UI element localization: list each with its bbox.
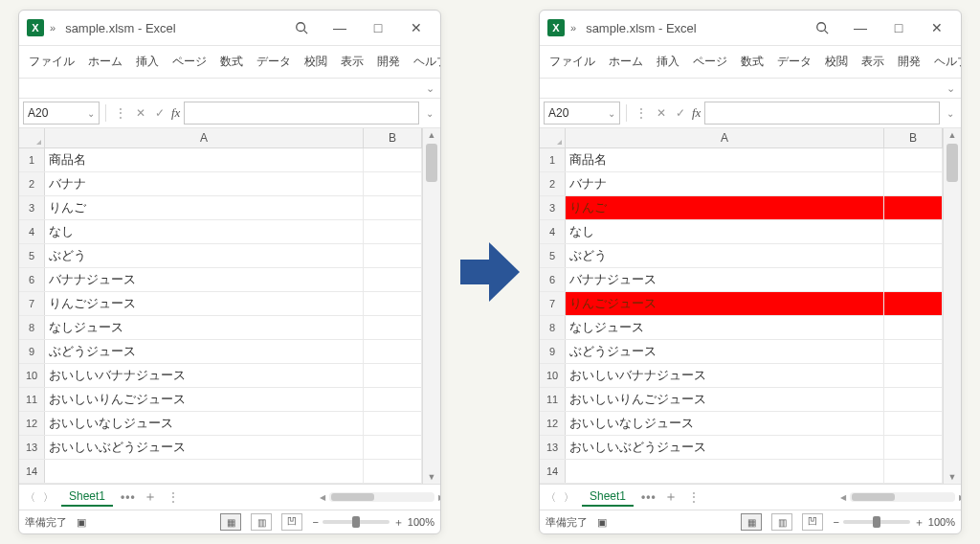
cell[interactable]: バナナ xyxy=(45,172,364,195)
select-all-corner[interactable] xyxy=(19,128,45,147)
new-sheet-button[interactable]: ＋ xyxy=(664,488,678,506)
tab-data[interactable]: データ xyxy=(771,50,817,74)
row-header[interactable]: 12 xyxy=(19,412,45,435)
row-header[interactable]: 6 xyxy=(19,268,45,291)
view-page-break-button[interactable]: 凹 xyxy=(281,513,302,531)
row-header[interactable]: 13 xyxy=(540,436,566,459)
cell[interactable]: りんごジュース xyxy=(566,292,884,315)
scroll-thumb[interactable] xyxy=(852,493,895,501)
cell[interactable]: おいしいなしジュース xyxy=(566,412,884,435)
record-macro-icon[interactable]: ▣ xyxy=(77,516,86,529)
row-header[interactable]: 5 xyxy=(540,244,566,267)
zoom-percent[interactable]: 100% xyxy=(928,516,955,528)
cell[interactable]: バナナジュース xyxy=(566,268,884,291)
fx-label[interactable]: fx xyxy=(171,105,180,121)
cell[interactable] xyxy=(884,244,943,267)
cell[interactable]: バナナ xyxy=(566,172,884,195)
sheet-nav-next-icon[interactable]: 〉 xyxy=(43,490,54,505)
view-normal-button[interactable]: ▦ xyxy=(741,513,762,531)
cell[interactable] xyxy=(884,436,943,459)
formula-expand-icon[interactable]: ⌄ xyxy=(944,108,957,119)
cell[interactable] xyxy=(884,364,943,387)
worksheet-grid[interactable]: AB1商品名2バナナ3りんご4なし5ぶどう6バナナジュース7りんごジュース8なし… xyxy=(540,128,943,484)
row-header[interactable]: 3 xyxy=(540,196,566,219)
row-header[interactable]: 3 xyxy=(19,196,45,219)
sheet-tab[interactable]: Sheet1 xyxy=(61,487,113,507)
tab-review[interactable]: 校閲 xyxy=(299,50,333,74)
row-header[interactable]: 14 xyxy=(540,460,566,483)
worksheet-grid[interactable]: AB1商品名2バナナ3りんご4なし5ぶどう6バナナジュース7りんごジュース8なし… xyxy=(19,128,422,484)
cell[interactable]: なしジュース xyxy=(45,316,364,339)
cell[interactable] xyxy=(884,316,943,339)
close-button[interactable]: ✕ xyxy=(400,16,433,39)
cell[interactable] xyxy=(884,412,943,435)
cell[interactable] xyxy=(364,388,422,411)
cell[interactable]: なし xyxy=(566,220,884,243)
sheet-options-icon[interactable]: ⋮ xyxy=(165,490,182,504)
tab-formulas[interactable]: 数式 xyxy=(735,50,769,74)
cell[interactable]: りんごジュース xyxy=(45,292,364,315)
cell[interactable]: 商品名 xyxy=(566,148,884,171)
cell[interactable] xyxy=(884,196,943,219)
column-header-A[interactable]: A xyxy=(45,128,364,147)
cell[interactable]: なし xyxy=(45,220,364,243)
record-macro-icon[interactable]: ▣ xyxy=(597,516,607,529)
chevron-down-icon[interactable]: ⌄ xyxy=(426,82,434,95)
sheet-nav-next-icon[interactable]: 〉 xyxy=(564,490,574,505)
cell[interactable]: なしジュース xyxy=(566,316,884,339)
name-box-dropdown-icon[interactable]: ⌄ xyxy=(608,108,615,119)
tab-data[interactable]: データ xyxy=(251,50,297,74)
close-button[interactable]: ✕ xyxy=(921,16,953,39)
cell[interactable] xyxy=(884,388,943,411)
cell[interactable] xyxy=(884,292,943,315)
tab-home[interactable]: ホーム xyxy=(82,50,128,74)
cell[interactable]: おいしいりんごジュース xyxy=(45,388,364,411)
vertical-scrollbar[interactable] xyxy=(422,128,440,484)
row-header[interactable]: 5 xyxy=(19,244,45,267)
zoom-out-button[interactable]: − xyxy=(833,516,838,528)
cell[interactable] xyxy=(364,292,422,315)
scroll-thumb[interactable] xyxy=(947,144,958,182)
row-header[interactable]: 7 xyxy=(540,292,566,315)
zoom-thumb[interactable] xyxy=(873,516,880,528)
row-header[interactable]: 4 xyxy=(19,220,45,243)
formula-expand-icon[interactable]: ⌄ xyxy=(423,108,436,119)
cell[interactable]: バナナジュース xyxy=(45,268,364,291)
zoom-thumb[interactable] xyxy=(352,516,360,528)
view-page-layout-button[interactable]: ▥ xyxy=(771,513,792,531)
cell[interactable] xyxy=(364,196,422,219)
view-page-break-button[interactable]: 凹 xyxy=(802,513,823,531)
cell[interactable]: ぶどう xyxy=(566,244,884,267)
sheet-tab[interactable]: Sheet1 xyxy=(582,487,634,507)
search-icon[interactable] xyxy=(806,16,838,39)
cell[interactable] xyxy=(884,340,943,363)
cell[interactable]: りんご xyxy=(566,196,884,219)
cell[interactable] xyxy=(884,460,943,483)
tab-file[interactable]: ファイル xyxy=(23,50,80,74)
column-header-A[interactable]: A xyxy=(566,128,884,147)
tab-help[interactable]: ヘルプ xyxy=(408,50,441,74)
formula-input[interactable] xyxy=(704,102,940,125)
cell[interactable]: おいしいぶどうジュース xyxy=(45,436,364,459)
cell[interactable] xyxy=(364,436,422,459)
cell[interactable] xyxy=(364,172,422,195)
row-header[interactable]: 7 xyxy=(19,292,45,315)
tab-page[interactable]: ページ xyxy=(687,50,733,74)
chevron-down-icon[interactable]: ⌄ xyxy=(947,82,955,95)
fx-label[interactable]: fx xyxy=(692,105,701,121)
cancel-icon[interactable]: ✕ xyxy=(133,106,148,120)
tab-view[interactable]: 表示 xyxy=(856,50,890,74)
tab-review[interactable]: 校閲 xyxy=(819,50,854,74)
row-header[interactable]: 11 xyxy=(19,388,45,411)
row-header[interactable]: 14 xyxy=(19,460,45,483)
tab-view[interactable]: 表示 xyxy=(335,50,369,74)
cell[interactable]: 商品名 xyxy=(45,148,364,171)
name-box-dropdown-icon[interactable]: ⌄ xyxy=(87,108,95,119)
cell[interactable] xyxy=(364,340,422,363)
sheet-nav-prev-icon[interactable]: 〈 xyxy=(546,490,556,505)
cell[interactable]: おいしいバナナジュース xyxy=(45,364,364,387)
row-header[interactable]: 1 xyxy=(540,148,566,171)
row-header[interactable]: 1 xyxy=(19,148,45,171)
row-header[interactable]: 11 xyxy=(540,388,566,411)
tab-insert[interactable]: 挿入 xyxy=(651,50,685,74)
